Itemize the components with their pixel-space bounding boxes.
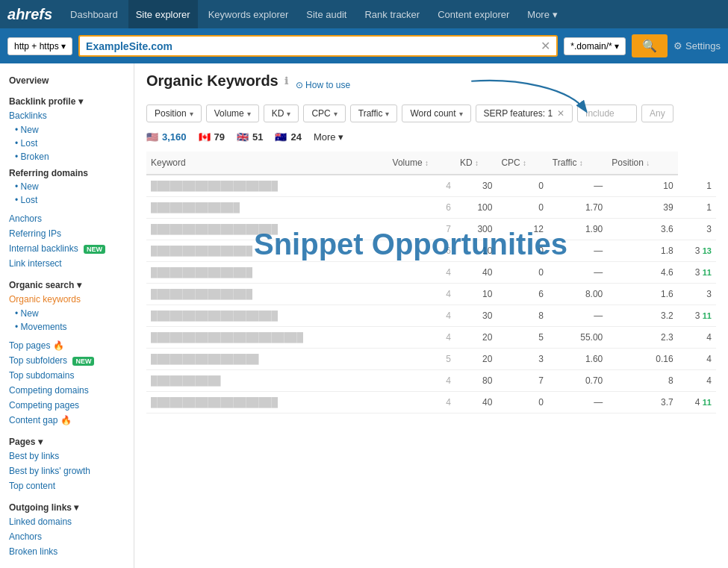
- traffic-cell: 10: [607, 175, 677, 197]
- wc-cell: 4: [388, 327, 455, 349]
- cpc-filter[interactable]: CPC ▾: [303, 104, 345, 122]
- sidebar-item-competing-domains[interactable]: Competing domains: [0, 383, 134, 398]
- nav-site-explorer[interactable]: Site explorer: [128, 0, 198, 28]
- cpc-cell: —: [548, 240, 607, 262]
- search-button[interactable]: 🔍: [632, 34, 668, 57]
- any-select[interactable]: Any: [641, 104, 673, 122]
- keyword-cell[interactable]: ████████████████: [146, 262, 388, 284]
- sidebar-item-best-by-links-growth[interactable]: Best by links' growth: [0, 464, 134, 478]
- site-search-input[interactable]: [86, 40, 541, 52]
- sidebar-item-best-by-links[interactable]: Best by links: [0, 449, 134, 464]
- sidebar-item-broken-backlinks[interactable]: Broken: [0, 150, 134, 163]
- nav-site-audit[interactable]: Site audit: [299, 0, 354, 28]
- kd-cell: 5: [497, 327, 547, 349]
- sidebar-item-anchors[interactable]: Anchors: [0, 211, 134, 226]
- serp-tag: 11: [703, 398, 712, 407]
- kd-filter[interactable]: KD ▾: [264, 104, 299, 122]
- position-cell: 3 11: [678, 305, 716, 327]
- sidebar-item-top-subfolders[interactable]: Top subfolders NEW: [0, 353, 134, 368]
- sidebar-item-top-content[interactable]: Top content: [0, 478, 134, 493]
- kd-cell: 0: [497, 392, 547, 413]
- keyword-cell[interactable]: ████████████████████: [146, 219, 388, 240]
- sidebar-item-internal-backlinks[interactable]: Internal backlinks NEW: [0, 241, 134, 256]
- keyword-cell[interactable]: ████████████████████████: [146, 327, 388, 349]
- sidebar-item-new-organic[interactable]: New: [0, 307, 134, 320]
- wc-cell: 4: [388, 370, 455, 392]
- traffic-filter[interactable]: Traffic ▾: [350, 104, 398, 122]
- nav-rank-tracker[interactable]: Rank tracker: [357, 0, 427, 28]
- keyword-cell[interactable]: ████████████████: [146, 240, 388, 262]
- sidebar-item-backlinks[interactable]: Backlinks: [0, 108, 134, 123]
- traffic-cell: 4.6: [607, 262, 677, 284]
- keyword-cell[interactable]: ███████████: [146, 370, 388, 392]
- gb-count: 51: [252, 131, 263, 143]
- flag-ca[interactable]: 🇨🇦 79: [199, 131, 225, 143]
- sidebar-item-new-backlinks[interactable]: New: [0, 123, 134, 137]
- au-flag-icon: 🇦🇺: [275, 131, 287, 143]
- domain-filter-select[interactable]: *.domain/* ▾: [564, 37, 626, 55]
- kd-cell: 0: [497, 197, 547, 219]
- keyword-cell[interactable]: ████████████████████: [146, 305, 388, 327]
- sidebar-item-anchors-outgoing[interactable]: Anchors: [0, 529, 134, 544]
- flag-gb[interactable]: 🇬🇧 51: [237, 131, 263, 143]
- volume-cell: 40: [455, 392, 497, 413]
- col-position[interactable]: Position ↓: [607, 152, 677, 175]
- traffic-cell: 39: [607, 197, 677, 219]
- keyword-cell[interactable]: █████████████████: [146, 349, 388, 370]
- flag-us[interactable]: 🇺🇸 3,160: [146, 131, 187, 143]
- sidebar-item-movements[interactable]: Movements: [0, 320, 134, 334]
- sidebar-item-organic-keywords[interactable]: Organic keywords: [0, 292, 134, 307]
- table-row: ████████████████████4300—101: [146, 175, 716, 197]
- nav-keywords-explorer[interactable]: Keywords explorer: [201, 0, 296, 28]
- keyword-cell[interactable]: ████████████████: [146, 284, 388, 305]
- wc-cell: 4: [388, 392, 455, 413]
- sidebar-item-referring-ips[interactable]: Referring IPs: [0, 226, 134, 241]
- volume-cell: 30: [455, 305, 497, 327]
- how-to-use-link[interactable]: ⊙ How to use: [296, 80, 350, 90]
- position-cell: 3 11: [678, 262, 716, 284]
- keyword-cell[interactable]: ██████████████: [146, 197, 388, 219]
- position-filter[interactable]: Position ▾: [146, 104, 202, 122]
- gb-flag-icon: 🇬🇧: [237, 131, 249, 143]
- settings-button[interactable]: ⚙ Settings: [673, 40, 721, 52]
- sidebar-item-linked-domains[interactable]: Linked domains: [0, 514, 134, 529]
- col-volume[interactable]: Volume ↕: [388, 152, 455, 175]
- sidebar-item-broken-links[interactable]: Broken links: [0, 544, 134, 559]
- col-kd[interactable]: KD ↕: [455, 152, 497, 175]
- sidebar-item-content-gap[interactable]: Content gap 🔥: [0, 413, 134, 428]
- sidebar-item-new-referring[interactable]: New: [0, 180, 134, 193]
- sidebar-item-link-intersect[interactable]: Link intersect: [0, 256, 134, 271]
- sidebar-item-top-subdomains[interactable]: Top subdomains: [0, 368, 134, 383]
- nav-more[interactable]: More ▾: [520, 0, 564, 28]
- table-row: █████████████████52031.600.164: [146, 349, 716, 370]
- kd-cell: 3: [497, 349, 547, 370]
- logo-hrefs: hrefs: [16, 6, 52, 22]
- more-flags-button[interactable]: More ▾: [314, 131, 343, 143]
- flag-au[interactable]: 🇦🇺 24: [275, 131, 301, 143]
- nav-content-explorer[interactable]: Content explorer: [430, 0, 517, 28]
- settings-label: Settings: [685, 40, 721, 52]
- table-row: ████████████████████████420555.002.34: [146, 327, 716, 349]
- col-traffic[interactable]: Traffic ↕: [548, 152, 607, 175]
- volume-filter[interactable]: Volume ▾: [206, 104, 259, 122]
- top-navigation: ahrefs Dashboard Site explorer Keywords …: [0, 0, 728, 28]
- keyword-cell[interactable]: ████████████████████: [146, 392, 388, 413]
- col-cpc[interactable]: CPC ↕: [497, 152, 547, 175]
- keyword-cell[interactable]: ████████████████████: [146, 175, 388, 197]
- sidebar-item-competing-pages[interactable]: Competing pages: [0, 398, 134, 413]
- sidebar-item-lost-backlinks[interactable]: Lost: [0, 137, 134, 150]
- clear-search-icon[interactable]: ✕: [541, 39, 550, 53]
- wc-cell: 6: [388, 197, 455, 219]
- traffic-cell: 2.3: [607, 327, 677, 349]
- search-bar-area: http + https ▾ ✕ *.domain/* ▾ 🔍 ⚙ Settin…: [0, 28, 728, 63]
- sidebar-item-lost-referring[interactable]: Lost: [0, 193, 134, 207]
- volume-cell: 20: [455, 327, 497, 349]
- cpc-cell: —: [548, 392, 607, 413]
- new-badge: NEW: [84, 245, 105, 254]
- sidebar-item-top-pages[interactable]: Top pages 🔥: [0, 338, 134, 353]
- info-icon[interactable]: ℹ: [284, 75, 288, 87]
- nav-dashboard[interactable]: Dashboard: [63, 0, 125, 28]
- position-cell: 4: [678, 327, 716, 349]
- protocol-select[interactable]: http + https ▾: [7, 37, 72, 55]
- position-cell: 1: [678, 175, 716, 197]
